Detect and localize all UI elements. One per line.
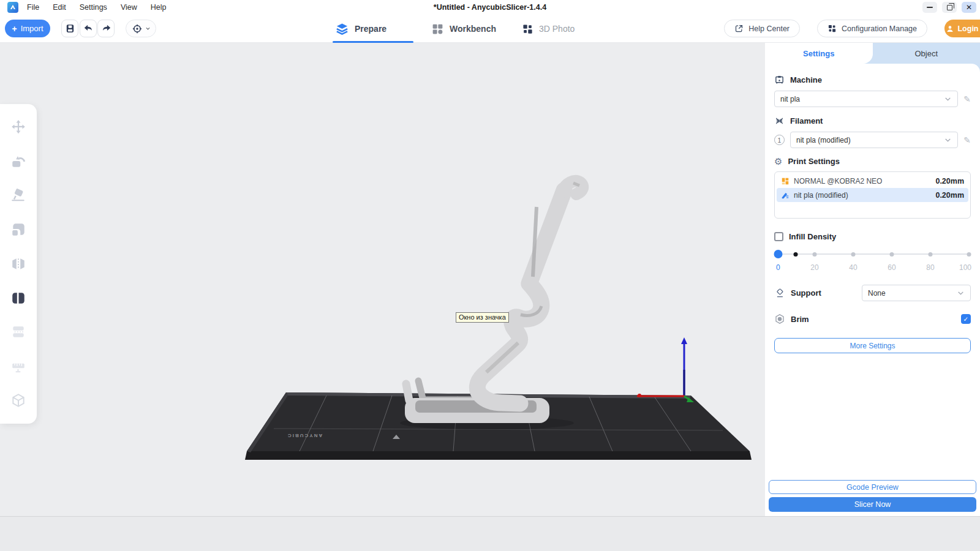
tab-prepare[interactable]: Prepare — [333, 15, 413, 43]
settings-panel-body: Machine nit pla ✎ Filament 1 ni — [765, 64, 980, 516]
filament-select[interactable]: nit pla (modified) — [790, 132, 958, 148]
infill-slider[interactable] — [776, 250, 969, 258]
redo-button[interactable] — [97, 20, 115, 37]
print-settings-list: NORMAL @KOBRA2 NEO 0.20mm nit pla (modif… — [774, 171, 971, 219]
support-icon — [774, 288, 785, 299]
chevron-down-icon — [957, 289, 965, 297]
right-panel-tabs: Settings Object — [765, 43, 980, 64]
tick-label: 0 — [776, 263, 780, 272]
slider-handle[interactable] — [774, 250, 783, 258]
undo-button[interactable] — [80, 20, 97, 37]
restore-button[interactable] — [942, 2, 957, 13]
gcode-preview-button[interactable]: Gcode Preview — [769, 480, 976, 494]
configuration-manage-button[interactable]: Configuration Manage — [817, 20, 927, 37]
support-select-value: None — [868, 289, 886, 298]
rotate-tool-button[interactable] — [6, 149, 31, 174]
tab-object[interactable]: Object — [873, 43, 980, 64]
layers-icon — [335, 22, 349, 36]
tick-label: 40 — [849, 263, 857, 272]
seam-tool-button[interactable] — [6, 354, 31, 378]
axis-indicator — [637, 337, 694, 402]
toolbar: + Import — [0, 15, 980, 43]
print-preset-row-selected[interactable]: nit pla (modified) 0.20mm — [777, 188, 968, 202]
preset-layer-height: 0.20mm — [935, 191, 964, 200]
slider-tick-dot — [929, 252, 933, 257]
move-tool-button[interactable] — [6, 115, 31, 140]
slicer-now-button[interactable]: Slicer Now — [769, 497, 976, 512]
check-icon: ✓ — [963, 315, 969, 323]
save-icon — [65, 23, 75, 34]
chevron-down-icon — [944, 95, 952, 103]
menu-edit[interactable]: Edit — [53, 3, 66, 12]
taskbar: ! 1 Freezing rain wa... In effect Поиск … — [0, 516, 980, 551]
tab-workbench-label: Workbench — [450, 24, 496, 34]
save-button[interactable] — [61, 20, 78, 37]
support-select[interactable]: None — [862, 285, 971, 301]
machine-icon — [774, 75, 785, 85]
action-buttons: Gcode Preview Slicer Now — [769, 480, 976, 512]
support-paint-tool-button[interactable] — [6, 320, 31, 344]
preset-name: NORMAL @KOBRA2 NEO — [794, 177, 882, 186]
slider-tick-dot — [813, 252, 817, 257]
minimize-button[interactable] — [922, 2, 937, 13]
redo-icon — [101, 23, 111, 34]
import-button[interactable]: + Import — [5, 20, 50, 37]
restore-icon — [947, 5, 952, 10]
edit-machine-icon[interactable]: ✎ — [963, 94, 971, 104]
rotate-icon — [10, 154, 26, 170]
infill-tick-labels: 0 20 40 60 80 100 — [776, 263, 969, 272]
view-orientation-dropdown[interactable] — [126, 20, 156, 37]
toolbar-right-group: Help Center Configuration Manage Login — [724, 20, 980, 37]
chevron-down-icon — [145, 26, 151, 31]
filament-label: Filament — [790, 116, 823, 126]
plate-brand-logo-icon — [393, 435, 400, 439]
more-settings-button[interactable]: More Settings — [774, 338, 971, 353]
brim-checkbox[interactable]: ✓ — [961, 314, 971, 324]
scale-icon — [10, 222, 26, 238]
print-settings-section-header: ⚙ Print Settings — [774, 157, 971, 166]
machine-select[interactable]: nit pla — [774, 91, 958, 107]
mirror-icon — [10, 256, 26, 272]
undo-icon — [83, 23, 94, 34]
filament-icon — [774, 116, 785, 126]
tab-prepare-label: Prepare — [355, 24, 386, 34]
infill-checkbox[interactable] — [774, 232, 783, 241]
menu-file[interactable]: File — [27, 3, 39, 12]
place-on-face-tool-button[interactable] — [6, 183, 31, 208]
login-label: Login — [957, 24, 978, 33]
photo-grid-icon — [522, 23, 533, 35]
menu-help[interactable]: Help — [151, 3, 167, 12]
print-preset-row[interactable]: NORMAL @KOBRA2 NEO 0.20mm — [777, 174, 968, 188]
window-controls: ✕ — [922, 2, 976, 13]
edit-filament-icon[interactable]: ✎ — [963, 135, 971, 145]
tab-workbench[interactable]: Workbench — [429, 15, 502, 43]
help-center-button[interactable]: Help Center — [724, 20, 800, 37]
filament-row: 1 nit pla (modified) ✎ — [774, 132, 971, 148]
plus-icon: + — [12, 24, 17, 34]
assembly-tool-button[interactable] — [6, 388, 31, 413]
scale-tool-button[interactable] — [6, 217, 31, 242]
filament-section-header: Filament — [774, 116, 971, 126]
close-button[interactable]: ✕ — [962, 2, 976, 13]
mode-tabs: Prepare Workbench 3D Photo — [333, 15, 577, 43]
help-center-label: Help Center — [748, 24, 790, 33]
tab-settings[interactable]: Settings — [765, 43, 873, 64]
mirror-tool-button[interactable] — [6, 252, 31, 276]
tab-3d-photo-label: 3D Photo — [539, 24, 575, 34]
filament-slot-badge: 1 — [774, 135, 785, 145]
left-tool-panel — [0, 104, 37, 424]
tab-3d-photo[interactable]: 3D Photo — [519, 15, 577, 43]
menu-view[interactable]: View — [121, 3, 137, 12]
brim-label: Brim — [791, 315, 809, 324]
login-button[interactable]: Login — [944, 20, 980, 37]
preset-layer-height: 0.20mm — [935, 177, 964, 186]
place-on-face-icon — [10, 187, 26, 203]
compass-icon — [132, 23, 143, 34]
plate-brand-text: ANYCUBIC — [287, 433, 322, 438]
split-tool-button[interactable] — [6, 286, 31, 310]
external-link-icon — [734, 24, 744, 33]
menu-settings[interactable]: Settings — [80, 3, 107, 12]
brim-icon — [774, 313, 785, 324]
machine-select-value: nit pla — [780, 95, 800, 103]
cube-icon — [10, 392, 26, 408]
